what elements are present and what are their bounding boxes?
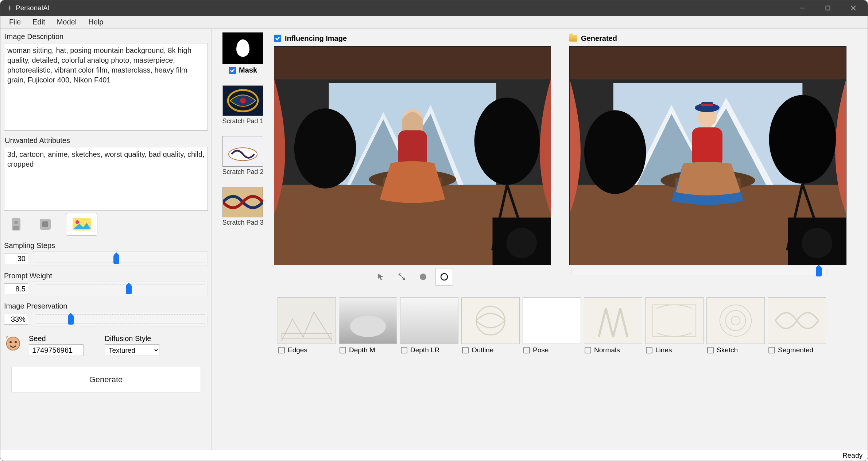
- strip-sketch-label: Sketch: [717, 346, 738, 354]
- strip-lines-label: Lines: [655, 346, 672, 354]
- strip-normals-checkbox[interactable]: [585, 347, 591, 353]
- minimize-button[interactable]: [790, 0, 815, 16]
- mode-landscape-button[interactable]: [66, 213, 97, 236]
- maximize-button[interactable]: [815, 0, 841, 16]
- svg-point-14: [7, 337, 20, 350]
- statusbar: Ready: [0, 450, 868, 461]
- strip-depthm-thumb[interactable]: [339, 297, 397, 344]
- svg-rect-36: [398, 130, 427, 167]
- prompt-weight-slider[interactable]: [32, 282, 208, 296]
- svg-rect-58: [692, 127, 722, 167]
- tool-empty-circle[interactable]: [435, 268, 453, 286]
- strip-normals-label: Normals: [594, 346, 620, 354]
- strip-depthlr-thumb[interactable]: [400, 297, 458, 344]
- svg-rect-24: [274, 47, 551, 80]
- strip-lines-thumb[interactable]: [645, 297, 704, 344]
- svg-marker-39: [378, 274, 383, 280]
- generated-variation-slider[interactable]: [571, 269, 827, 275]
- sampling-steps-value[interactable]: [4, 253, 28, 264]
- mask-checkbox[interactable]: [229, 67, 236, 74]
- strip-edges-checkbox[interactable]: [278, 347, 285, 353]
- tool-resize[interactable]: [393, 268, 411, 286]
- menu-help[interactable]: Help: [82, 16, 109, 28]
- strip-sketch-thumb[interactable]: [706, 297, 765, 344]
- mode-square-button[interactable]: [37, 216, 54, 233]
- app-window: PersonalAI File Edit Model Help Image De…: [0, 0, 868, 461]
- influencing-image[interactable]: [274, 46, 551, 265]
- image-preservation-slider[interactable]: [32, 312, 208, 326]
- strip-depthm-label: Depth M: [349, 346, 375, 354]
- prompt-weight-thumb[interactable]: [126, 286, 132, 294]
- diffusion-style-select[interactable]: Textured: [105, 344, 159, 356]
- strip-outline-checkbox[interactable]: [462, 347, 469, 353]
- strip-outline-label: Outline: [472, 346, 493, 354]
- strip-sketch-checkbox[interactable]: [707, 347, 714, 353]
- sampling-steps-label: Sampling Steps: [4, 241, 208, 250]
- strip-edges-thumb[interactable]: [278, 297, 336, 344]
- svg-point-7: [14, 221, 18, 224]
- mode-portrait-button[interactable]: [8, 216, 24, 233]
- scratch-pad-3-thumb[interactable]: [222, 187, 263, 217]
- svg-rect-66: [462, 298, 519, 344]
- sampling-steps-thumb[interactable]: [113, 255, 119, 264]
- prompt-weight-label: Prompt Weight: [4, 272, 208, 280]
- image-preservation-thumb[interactable]: [68, 316, 74, 325]
- generated-variation-thumb[interactable]: [816, 268, 822, 276]
- generated-folder-icon[interactable]: [569, 35, 577, 42]
- generated-image[interactable]: [569, 46, 846, 265]
- svg-point-38: [506, 228, 537, 258]
- diffusion-style-label: Diffusion Style: [105, 334, 159, 343]
- strip-normals-thumb[interactable]: [584, 297, 642, 344]
- tool-pointer[interactable]: [372, 268, 390, 286]
- svg-point-16: [15, 341, 17, 343]
- menu-model[interactable]: Model: [51, 16, 82, 28]
- image-description-input[interactable]: woman sitting, hat, posing mountain back…: [4, 43, 208, 131]
- randomize-seed-button[interactable]: [4, 334, 22, 353]
- sampling-steps-slider[interactable]: [32, 251, 208, 266]
- svg-point-50: [584, 110, 646, 194]
- close-button[interactable]: [841, 0, 866, 16]
- generate-button[interactable]: Generate: [11, 367, 201, 392]
- svg-point-41: [441, 274, 447, 280]
- app-title: PersonalAI: [16, 4, 50, 12]
- svg-rect-61: [278, 298, 336, 344]
- app-icon: [6, 5, 13, 11]
- prompt-weight-value[interactable]: [4, 283, 28, 294]
- scratch-pad-1-thumb[interactable]: [222, 85, 263, 116]
- strip-lines-checkbox[interactable]: [646, 347, 652, 353]
- strip-depthm-checkbox[interactable]: [340, 347, 346, 353]
- strip-segmented-checkbox[interactable]: [768, 347, 775, 353]
- mask-thumbnail[interactable]: [222, 32, 263, 64]
- sidebar-thumbs: Mask Scratch Pad 1 Scratch Pad 2: [219, 32, 267, 286]
- strip-depthlr-checkbox[interactable]: [401, 347, 407, 353]
- svg-point-64: [350, 315, 386, 337]
- main-panel: Mask Scratch Pad 1 Scratch Pad 2: [212, 29, 868, 450]
- svg-point-32: [474, 97, 540, 185]
- menu-file[interactable]: File: [3, 16, 27, 28]
- unwanted-attributes-input[interactable]: 3d, cartoon, anime, sketches, worst qual…: [4, 147, 208, 211]
- menu-edit[interactable]: Edit: [27, 16, 51, 28]
- strip-pose-thumb[interactable]: [523, 297, 581, 344]
- strip-outline-thumb[interactable]: [461, 297, 520, 344]
- svg-point-19: [240, 98, 246, 104]
- svg-point-51: [769, 95, 836, 183]
- mode-row: [4, 211, 208, 239]
- strip-depthlr-label: Depth LR: [410, 346, 439, 354]
- svg-marker-1: [9, 5, 11, 11]
- left-panel: Image Description woman sitting, hat, po…: [0, 29, 212, 450]
- seed-input[interactable]: [29, 344, 84, 356]
- strip-pose-checkbox[interactable]: [523, 347, 530, 353]
- tool-filled-circle[interactable]: [414, 268, 432, 286]
- influencing-tool-row: [274, 268, 551, 286]
- status-text: Ready: [842, 452, 863, 460]
- svg-rect-10: [42, 221, 48, 227]
- scratch-pad-3-label: Scratch Pad 3: [222, 219, 263, 226]
- strip-pose-label: Pose: [533, 346, 549, 354]
- svg-point-40: [420, 274, 426, 280]
- scratch-pad-2-thumb[interactable]: [222, 136, 263, 167]
- image-preservation-value[interactable]: [4, 314, 28, 325]
- strip-segmented-thumb[interactable]: [768, 297, 826, 344]
- seed-label: Seed: [29, 334, 84, 343]
- influencing-image-checkbox[interactable]: [274, 35, 281, 42]
- svg-point-60: [802, 228, 832, 258]
